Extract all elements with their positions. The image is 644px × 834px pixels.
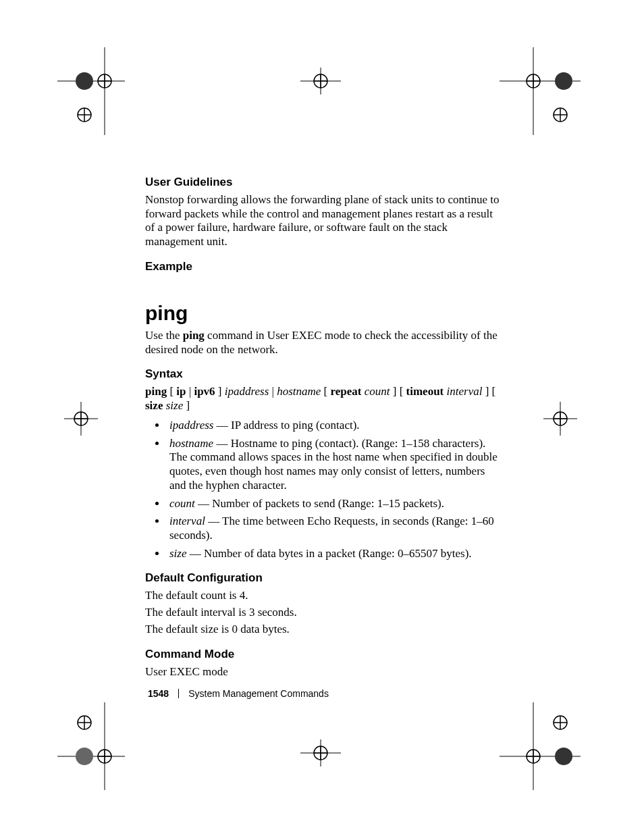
term: interval	[169, 515, 205, 527]
para-default: The default interval is 3 seconds.	[145, 606, 500, 620]
kw: timeout	[406, 385, 444, 398]
kw: ping	[145, 385, 167, 398]
svg-point-15	[554, 108, 567, 122]
svg-point-11	[527, 74, 540, 88]
svg-point-35	[98, 750, 111, 763]
kw: repeat	[331, 385, 362, 398]
list-item: size — Number of data bytes in a packet …	[167, 547, 500, 561]
syntax-list: ipaddress — IP address to ping (contact)…	[145, 419, 500, 561]
desc: — Hostname to ping (contact). (Range: 1–…	[169, 437, 498, 492]
svg-point-44	[527, 750, 540, 763]
t: |	[186, 385, 194, 398]
crop-mark-icon	[300, 739, 341, 766]
chapter-title: System Management Commands	[188, 688, 329, 699]
text-bold: ping	[183, 329, 205, 342]
crop-mark-icon	[57, 702, 125, 790]
svg-point-39	[78, 716, 91, 729]
svg-point-6	[78, 108, 91, 122]
svg-point-25	[74, 412, 88, 425]
svg-point-48	[554, 716, 567, 729]
syntax-line: ping [ ip | ipv6 ] ipaddress | hostname …	[145, 385, 500, 413]
term: ipaddress	[169, 419, 214, 432]
page-footer: 1548 System Management Commands	[148, 688, 329, 699]
arg: count	[365, 385, 390, 398]
arg: ipaddress	[225, 385, 269, 398]
svg-point-14	[555, 72, 572, 90]
para-command-mode: User EXEC mode	[145, 665, 500, 679]
t: ]	[183, 399, 190, 412]
kw: ipv6	[194, 385, 215, 398]
heading-example: Example	[145, 260, 500, 273]
svg-point-30	[554, 412, 567, 425]
crop-mark-icon	[300, 68, 341, 95]
heading-default-config: Default Configuration	[145, 571, 500, 585]
crop-mark-icon	[500, 702, 581, 790]
t: ] [	[482, 385, 495, 398]
t: ]	[215, 385, 225, 398]
heading-user-guidelines: User Guidelines	[145, 176, 500, 189]
t: ] [	[390, 385, 406, 398]
command-title: ping	[145, 302, 500, 325]
arg: hostname	[277, 385, 321, 398]
svg-point-20	[314, 74, 327, 88]
page: User Guidelines Nonstop forwarding allow…	[0, 0, 644, 834]
kw: size	[145, 399, 163, 412]
heading-syntax: Syntax	[145, 367, 500, 381]
svg-point-2	[98, 74, 111, 88]
svg-point-5	[76, 72, 93, 90]
svg-point-47	[555, 748, 572, 765]
term: size	[169, 547, 187, 560]
para-default: The default count is 4.	[145, 589, 500, 603]
page-number: 1548	[148, 688, 169, 699]
heading-command-mode: Command Mode	[145, 648, 500, 661]
divider-icon	[178, 689, 179, 698]
list-item: hostname — Hostname to ping (contact). (…	[167, 437, 500, 493]
desc: — IP address to ping (contact).	[214, 419, 360, 432]
svg-point-38	[76, 748, 93, 765]
crop-mark-icon	[500, 47, 581, 135]
crop-mark-icon	[543, 402, 577, 436]
text: Use the	[145, 329, 183, 342]
crop-mark-icon	[57, 47, 125, 135]
list-item: count — Number of packets to send (Range…	[167, 497, 500, 511]
term: count	[169, 497, 195, 510]
desc: — Number of data bytes in a packet (Rang…	[187, 547, 472, 560]
arg: size	[166, 399, 184, 412]
arg: interval	[447, 385, 483, 398]
term: hostname	[169, 437, 213, 450]
para-default: The default size is 0 data bytes.	[145, 623, 500, 637]
list-item: ipaddress — IP address to ping (contact)…	[167, 419, 500, 433]
t: [	[167, 385, 176, 398]
content-column: User Guidelines Nonstop forwarding allow…	[145, 176, 500, 689]
desc: — The time between Echo Requests, in sec…	[169, 515, 494, 542]
t: |	[269, 385, 277, 398]
desc: — Number of packets to send (Range: 1–15…	[195, 497, 444, 510]
para-user-guidelines: Nonstop forwarding allows the forwarding…	[145, 193, 500, 249]
t: [	[321, 385, 330, 398]
list-item: interval — The time between Echo Request…	[167, 515, 500, 542]
svg-point-53	[314, 746, 327, 760]
crop-mark-icon	[64, 402, 98, 436]
para-command-intro: Use the ping command in User EXEC mode t…	[145, 329, 500, 357]
kw: ip	[176, 385, 186, 398]
